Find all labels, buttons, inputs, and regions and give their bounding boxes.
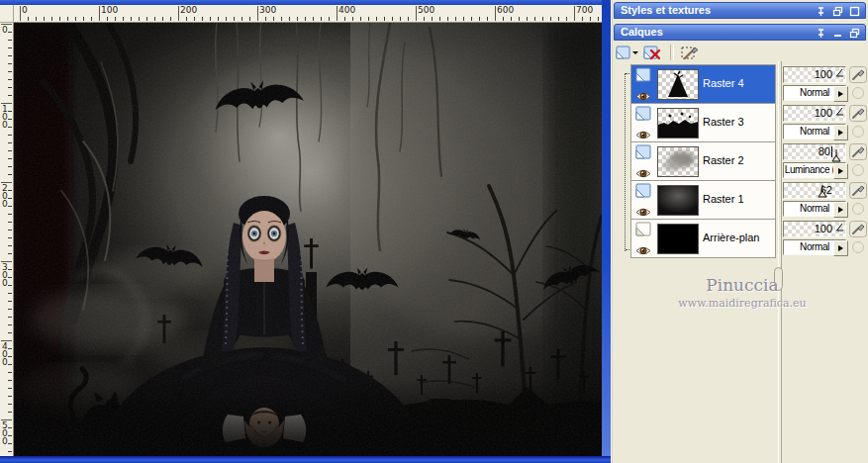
layer-thumbnail[interactable] [657, 185, 699, 216]
layer-page-icon [634, 106, 653, 127]
layer-row-raster1[interactable]: Raster 1 [630, 180, 776, 220]
opacity-slider-handle[interactable] [818, 185, 827, 202]
edit-selection-button[interactable] [678, 44, 704, 61]
layer-thumbnail[interactable] [657, 224, 699, 254]
lock-brush-icon[interactable] [849, 66, 867, 87]
layer-thumbnail[interactable] [657, 108, 699, 139]
layer-page-icon [634, 67, 653, 88]
lock-brush-icon[interactable] [849, 182, 867, 203]
maximize-icon[interactable] [848, 5, 861, 17]
watermark-name: Pinuccia [648, 275, 836, 295]
background-page-icon [634, 222, 653, 242]
layer-row-raster2[interactable]: Raster 2 [630, 141, 776, 181]
blend-dropdown-arrow[interactable] [833, 125, 848, 140]
blend-dropdown-arrow[interactable] [833, 86, 848, 102]
layer-row-background[interactable]: Arrière-plan [630, 219, 776, 258]
link-toggle-icon[interactable] [852, 126, 864, 138]
opacity-slider-handle[interactable] [835, 66, 843, 81]
ruler-corner-box [0, 5, 14, 23]
layer-name: Raster 4 [703, 77, 744, 89]
layer-thumbnail[interactable] [657, 146, 699, 177]
panel-splitter[interactable] [778, 61, 782, 463]
delete-layer-button[interactable] [640, 44, 666, 61]
layer-page-icon [634, 144, 653, 165]
canvas-image[interactable] [14, 23, 602, 456]
opacity-field[interactable]: 100 [783, 66, 846, 83]
blend-dropdown-arrow[interactable] [833, 163, 848, 179]
canvas-window-bottom-border [0, 456, 614, 463]
layer-name: Raster 1 [703, 193, 744, 205]
right-dock: Styles et textures Calques [611, 0, 868, 463]
layer-list: Raster 4 Raster 3 [630, 65, 776, 258]
layer-page-icon [634, 183, 653, 204]
calques-panel-titlebar[interactable]: Calques [614, 24, 866, 41]
lock-brush-icon[interactable] [849, 143, 867, 164]
opacity-value: 100 [815, 68, 832, 80]
layers-toolbar [615, 43, 864, 62]
lock-brush-icon[interactable] [849, 221, 867, 241]
link-toggle-icon[interactable] [852, 241, 864, 253]
blend-dropdown-arrow[interactable] [833, 240, 848, 256]
opacity-value: 100 [815, 223, 832, 234]
link-toggle-icon[interactable] [852, 87, 864, 99]
layer-name: Arrière-plan [703, 232, 759, 243]
lock-brush-icon[interactable] [849, 105, 867, 126]
layer-controls-raster2: 80 Luminance (H) [783, 143, 868, 182]
float-window-icon[interactable] [848, 27, 861, 39]
layer-controls-raster4: 100 Normal [783, 66, 868, 105]
float-window-icon[interactable] [831, 5, 844, 17]
pin-icon[interactable] [815, 5, 827, 17]
link-toggle-icon[interactable] [852, 203, 864, 215]
application-window: 0100200300400500600700 01 0 02 0 03 0 04… [0, 0, 868, 463]
layer-row-raster3[interactable]: Raster 3 [630, 103, 776, 142]
vertical-ruler: 01 0 02 0 03 0 04 0 05 0 0 [0, 23, 14, 456]
blend-dropdown-arrow[interactable] [833, 202, 848, 218]
styles-panel-title: Styles et textures [621, 4, 711, 16]
opacity-field[interactable]: 80 [783, 143, 846, 160]
dock-edge [611, 0, 613, 463]
horizontal-ruler: 0100200300400500600700 [14, 5, 602, 23]
layer-thumbnail[interactable] [657, 69, 699, 100]
visibility-eye-icon[interactable] [635, 242, 651, 260]
styles-panel-titlebar[interactable]: Styles et textures [614, 2, 866, 19]
minimize-icon[interactable] [831, 27, 844, 39]
calques-panel-title: Calques [621, 26, 663, 38]
layer-row-raster4[interactable]: Raster 4 [630, 64, 776, 104]
link-toggle-icon[interactable] [852, 164, 864, 176]
new-layer-button[interactable] [615, 44, 640, 61]
opacity-field[interactable]: 62 [783, 182, 846, 199]
layer-name: Raster 3 [703, 116, 744, 128]
layer-controls-raster1: 62 Normal [783, 182, 868, 221]
canvas-window-right-border [602, 0, 611, 463]
pin-icon[interactable] [815, 27, 827, 39]
watermark: Pinuccia www.maidiregrafica.eu [648, 275, 836, 310]
layer-name: Raster 2 [703, 154, 744, 166]
layer-controls-background: 100 Normal [783, 221, 868, 259]
opacity-field[interactable]: 100 [783, 221, 846, 237]
opacity-value: 100 [815, 107, 832, 119]
opacity-slider-handle[interactable] [835, 221, 843, 235]
opacity-value: 80 [819, 145, 830, 157]
opacity-slider-handle[interactable] [835, 105, 843, 120]
opacity-field[interactable]: 100 [783, 105, 846, 122]
layer-controls-raster3: 100 Normal [783, 105, 868, 143]
toolbar-separator [670, 45, 674, 60]
watermark-url: www.maidiregrafica.eu [648, 297, 836, 310]
